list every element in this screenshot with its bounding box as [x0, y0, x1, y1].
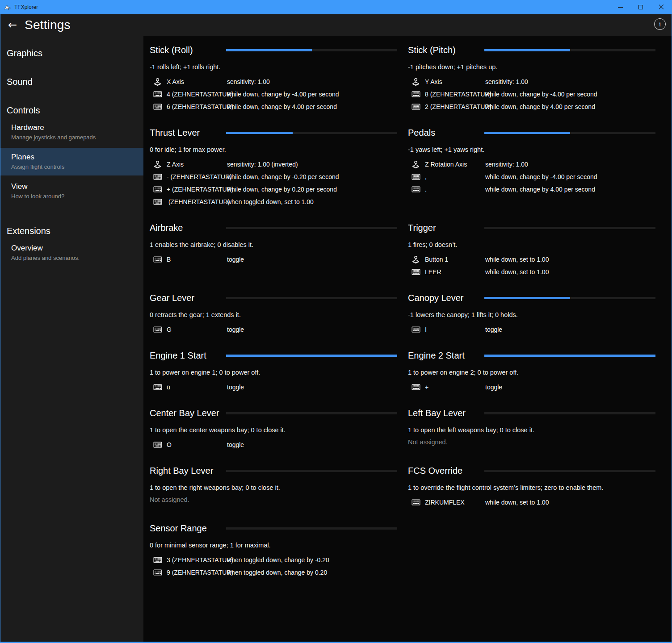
keyboard-icon [153, 557, 167, 563]
back-button[interactable]: ← [6, 18, 19, 32]
section-title: FCS Override [408, 466, 484, 476]
binding-input: X Axis [167, 78, 227, 85]
sidebar-item-view[interactable]: ViewHow to look around? [0, 177, 143, 205]
binding-row[interactable]: Y Axissensitivity: 1.00 [408, 75, 655, 88]
binding-row[interactable]: Z Axissensitivity: 1.00 (inverted) [150, 158, 397, 171]
section-stick-roll: Stick (Roll)-1 rolls left; +1 rolls righ… [150, 44, 397, 126]
binding-action: while down, change by -4.00 per second [485, 91, 655, 98]
binding-action: while down, change by 4.00 per second [227, 103, 397, 110]
binding-input: 6 (ZEHNERTASTATUR) [167, 103, 227, 110]
value-bar [484, 227, 655, 229]
value-bar [484, 297, 655, 299]
binding-row[interactable]: +toggle [408, 381, 655, 393]
binding-row[interactable]: .while down, change by 4.00 per second [408, 183, 655, 196]
keyboard-icon [153, 174, 167, 180]
section-title: Airbrake [150, 223, 226, 233]
section-center-bay-lever: Center Bay Lever1 to open the center wea… [150, 407, 397, 464]
binding-row[interactable]: Otoggle [150, 438, 397, 451]
keyboard-icon [153, 256, 167, 263]
binding-action: while down, change by 4.00 per second [485, 186, 655, 193]
info-button[interactable]: i [654, 18, 666, 30]
close-button[interactable] [651, 0, 672, 14]
binding-row[interactable]: 2 (ZEHNERTASTATUR)while down, change by … [408, 100, 655, 113]
binding-action: when toggled down, change by 0.20 [227, 569, 397, 576]
section-description: -1 yaws left; +1 yaws right. [408, 145, 655, 154]
binding-input: 2 (ZEHNERTASTATUR) [425, 103, 485, 110]
binding-row[interactable]: 9 (ZEHNERTASTATUR)when toggled down, cha… [150, 566, 397, 579]
binding-row[interactable]: X Axissensitivity: 1.00 [150, 75, 397, 88]
binding-row[interactable]: ZIRKUMFLEXwhile down, set to 1.00 [408, 496, 655, 509]
binding-row[interactable]: Gtoggle [150, 323, 397, 336]
sidebar-item-subtitle: Assign flight controls [11, 163, 143, 171]
binding-action: while down, set to 1.00 [485, 256, 655, 263]
section-description: 1 enables the airbrake; 0 disables it. [150, 240, 397, 249]
binding-action: while down, change by -4.00 per second [227, 91, 397, 98]
minimize-button[interactable] [610, 0, 630, 14]
binding-row[interactable]: ,while down, change by -4.00 per second [408, 171, 655, 183]
binding-row[interactable]: - (ZEHNERTASTATUR)while down, change by … [150, 171, 397, 183]
binding-row[interactable]: Btoggle [150, 253, 397, 266]
page-header: ← Settings i [0, 14, 672, 36]
sidebar-item-overview[interactable]: OverviewAdd planes and scenarios. [0, 239, 143, 267]
section-title: Engine 2 Start [408, 351, 484, 361]
value-bar-fill [484, 132, 570, 134]
value-bar [226, 49, 397, 51]
keyboard-icon [412, 499, 425, 505]
binding-row[interactable]: + (ZEHNERTASTATUR)while down, change by … [150, 183, 397, 196]
sidebar-category-controls[interactable]: Controls [0, 104, 143, 117]
keyboard-icon [153, 199, 167, 205]
keyboard-icon [412, 269, 425, 275]
keyboard-icon [412, 104, 425, 110]
binding-row[interactable]: 3 (ZEHNERTASTATUR)when toggled down, cha… [150, 554, 397, 566]
sidebar-item-planes[interactable]: PlanesAssign flight controls [0, 148, 143, 175]
sidebar-category-graphics[interactable]: Graphics [0, 47, 143, 59]
binding-action: while down, change by -4.00 per second [485, 173, 655, 180]
binding-action: while down, change by 4.00 per second [485, 103, 655, 110]
sidebar-item-hardware[interactable]: HardwareManage joysticks and gamepads [0, 118, 143, 146]
binding-row[interactable]: ütoggle [150, 381, 397, 393]
sidebar-item-title: Overview [11, 243, 143, 253]
sidebar-category-extensions[interactable]: Extensions [0, 225, 143, 237]
binding-row[interactable]: (ZEHNERTASTATUR)when toggled down, set t… [150, 196, 397, 208]
value-bar-fill [484, 355, 655, 357]
binding-row[interactable]: LEERwhile down, set to 1.00 [408, 266, 655, 278]
binding-row[interactable]: 4 (ZEHNERTASTATUR)while down, change by … [150, 88, 397, 100]
keyboard-icon [153, 104, 167, 110]
binding-row[interactable]: 6 (ZEHNERTASTATUR)while down, change by … [150, 100, 397, 113]
value-bar [484, 412, 655, 414]
binding-row[interactable]: Itoggle [408, 323, 655, 336]
binding-row[interactable]: 8 (ZEHNERTASTATUR)while down, change by … [408, 88, 655, 100]
info-icon: i [659, 21, 661, 28]
sidebar-category-sound[interactable]: Sound [0, 76, 143, 88]
binding-action: when toggled down, change by -0.20 [227, 556, 397, 564]
binding-row[interactable]: Button 1while down, set to 1.00 [408, 253, 655, 266]
keyboard-icon [153, 326, 167, 333]
maximize-button[interactable] [630, 0, 651, 14]
value-bar [484, 132, 655, 134]
not-assigned-label: Not assigned. [150, 496, 397, 503]
value-bar [484, 470, 655, 472]
binding-row[interactable]: Z Rotation Axissensitivity: 1.00 [408, 158, 655, 171]
binding-action: when toggled down, set to 1.00 [227, 198, 397, 205]
not-assigned-label: Not assigned. [408, 438, 655, 446]
section-thrust-lever: Thrust Lever0 for idle; 1 for max power.… [150, 126, 397, 221]
section-engine-1-start: Engine 1 Start1 to power on engine 1; 0 … [150, 349, 397, 407]
controls-grid: Stick (Roll)-1 rolls left; +1 rolls righ… [150, 44, 655, 579]
window-title: TFXplorer [14, 4, 38, 10]
section-description: 0 retracts the gear; 1 extends it. [150, 310, 397, 319]
page-title: Settings [25, 18, 71, 32]
section-title: Sensor Range [150, 523, 226, 534]
joystick-icon [153, 160, 167, 169]
sidebar-nav: GraphicsSoundControlsHardwareManage joys… [0, 36, 143, 642]
titlebar: TFXplorer [0, 0, 672, 14]
joystick-icon [412, 78, 425, 86]
binding-input: Button 1 [425, 256, 485, 263]
binding-input: (ZEHNERTASTATUR) [167, 198, 227, 205]
value-bar [226, 132, 397, 134]
binding-action: toggle [485, 384, 655, 391]
binding-action: toggle [485, 326, 655, 333]
binding-input: Z Axis [167, 161, 227, 168]
section-description: 1 fires; 0 doesn’t. [408, 240, 655, 249]
section-description: 1 to override the flight control system’… [408, 483, 655, 492]
keyboard-icon [412, 174, 425, 180]
